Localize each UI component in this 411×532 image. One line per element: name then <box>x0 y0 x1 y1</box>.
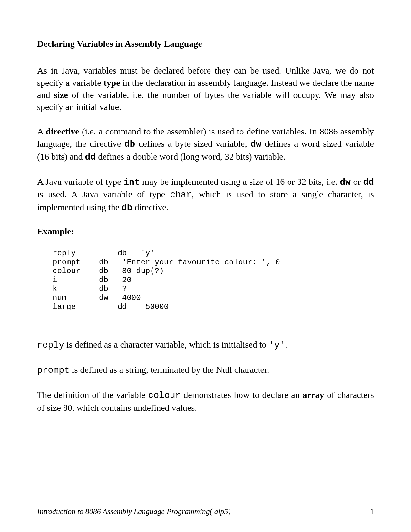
bold-text: type <box>103 78 120 88</box>
text: defines a double word (long word, 32 bit… <box>96 152 286 162</box>
bold-text: directive <box>46 126 79 136</box>
code-example: reply db 'y' prompt db 'Enter your favou… <box>53 249 374 311</box>
paragraph-5: prompt is defined as a string, terminate… <box>37 364 374 377</box>
paragraph-2: A directive (i.e. a command to the assem… <box>37 125 374 163</box>
text: is defined as a string, terminated by th… <box>70 365 269 375</box>
text: or <box>351 177 363 187</box>
mono-bold-text: dw <box>250 139 261 149</box>
mono-bold-text: int <box>123 177 140 187</box>
text: of the variable, i.e. the number of byte… <box>37 90 374 112</box>
bold-text: size <box>54 90 68 100</box>
mono-bold-text: dw <box>340 177 351 187</box>
paragraph-3: A Java variable of type int may be imple… <box>37 176 374 214</box>
mono-text: reply <box>37 340 64 350</box>
mono-text: prompt <box>37 365 70 375</box>
bold-text: array <box>303 390 324 400</box>
text: . <box>285 340 287 350</box>
paragraph-1: As in Java, variables must be declared b… <box>37 64 374 113</box>
text: A <box>37 126 46 136</box>
text: defines a byte sized variable; <box>135 139 250 149</box>
mono-bold-text: dd <box>85 152 96 162</box>
mono-text: char <box>170 190 191 200</box>
mono-bold-text: dd <box>363 177 374 187</box>
page-footer: Introduction to 8086 Assembly Language P… <box>37 507 374 516</box>
mono-text: colour <box>148 390 181 400</box>
page-title: Declaring Variables in Assembly Language <box>37 39 374 49</box>
example-heading: Example: <box>37 226 374 237</box>
paragraph-4: reply is defined as a character variable… <box>37 339 374 351</box>
text: The definition of the variable <box>37 390 148 400</box>
text: demonstrates how to declare an <box>181 390 302 400</box>
mono-bold-text: db <box>122 203 132 213</box>
paragraph-6: The definition of the variable colour de… <box>37 389 374 414</box>
mono-bold-text: db <box>124 139 135 149</box>
text: is used. A Java variable of type <box>37 189 170 199</box>
page-number: 1 <box>370 507 374 516</box>
mono-text: 'y' <box>269 340 285 350</box>
text: may be implemented using a size of 16 or… <box>140 177 340 187</box>
text: A Java variable of type <box>37 177 123 187</box>
footer-title: Introduction to 8086 Assembly Language P… <box>37 507 230 516</box>
text: directive. <box>132 202 169 212</box>
text: is defined as a character variable, whic… <box>64 340 269 350</box>
